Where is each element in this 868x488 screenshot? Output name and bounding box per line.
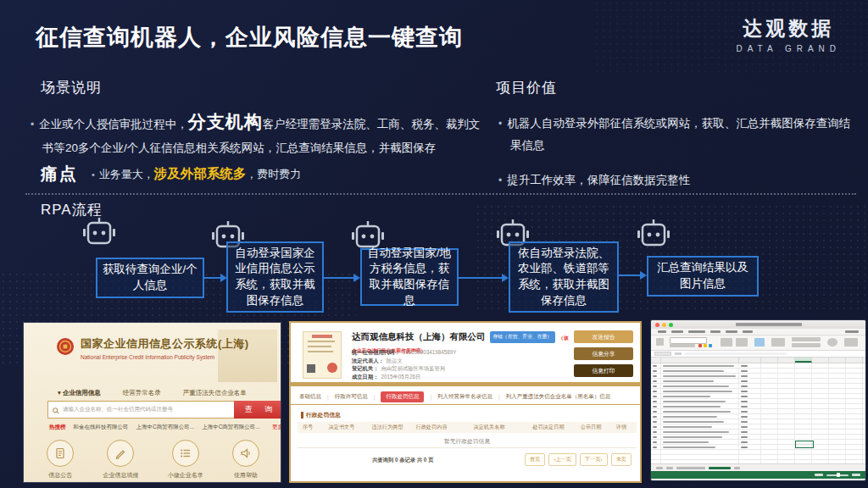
- excel-selected-cell[interactable]: [795, 441, 814, 448]
- pen-icon: [107, 440, 134, 467]
- next-page-button[interactable]: 下一页›: [580, 453, 608, 466]
- excel-menu-bar: [651, 329, 865, 336]
- robot-icon: [637, 219, 670, 252]
- field-value: 2015年05月26日: [381, 374, 420, 380]
- hot-search-label: 热搜榜: [49, 424, 66, 431]
- tab-abnormal-list[interactable]: 列入经营异常名录信息: [437, 393, 492, 401]
- col-header: 违法行为类型: [365, 424, 409, 431]
- scenario-text-emphasis: 分支机构: [188, 112, 263, 131]
- first-page-button[interactable]: 首页: [525, 453, 545, 466]
- brand-subtitle: DATA GRAND: [736, 44, 841, 53]
- zoom-slider[interactable]: [826, 474, 849, 476]
- pain-text-post: ，费时费力: [246, 168, 301, 180]
- gov-tab-label: 企业信用信息: [63, 389, 101, 396]
- close-icon[interactable]: [655, 323, 659, 327]
- excel-titlebar: [651, 320, 865, 329]
- brand-name: 达观数据: [736, 15, 841, 42]
- scenario-paragraph: •企业或个人授信审批过程中，分支机构客户经理需登录法院、工商、税务、裁判文书等2…: [31, 110, 487, 159]
- page-title: 征信查询机器人，企业风险信息一键查询: [36, 22, 463, 53]
- field-label: 法定代表人：: [352, 358, 384, 363]
- field-label: 统一社会信用代码：: [352, 349, 400, 355]
- field-label: 登记机关：: [352, 365, 378, 371]
- flow-arrow: [459, 277, 503, 279]
- zoom-in-icon[interactable]: [852, 474, 860, 476]
- value-heading: 项目价值: [496, 78, 557, 97]
- screenshot-excel-summary: [650, 319, 866, 481]
- col-header: 序号: [298, 424, 318, 431]
- excel-sheet-tabs[interactable]: [651, 463, 865, 471]
- last-page-button[interactable]: 末页: [611, 453, 632, 466]
- quick-link-enterprise-filing[interactable]: 企业信息填报: [103, 440, 138, 480]
- robot-icon: [83, 217, 115, 251]
- speaker-icon: [232, 440, 259, 467]
- gov-tab-credit-info[interactable]: ▾ 企业信用信息: [58, 389, 101, 397]
- tab-underline: [291, 404, 640, 405]
- tab-admin-penalty[interactable]: 行政处罚信息: [381, 391, 424, 402]
- print-info-button[interactable]: 信息打印: [574, 364, 633, 377]
- share-info-button[interactable]: 信息分享: [574, 347, 633, 360]
- fullscreen-icon[interactable]: [669, 323, 673, 327]
- field-value: 91310000341984589Y: [403, 349, 457, 355]
- dotted-divider: [25, 193, 856, 195]
- excel-status-bar: [651, 471, 865, 479]
- minimize-icon[interactable]: [662, 323, 666, 327]
- pain-point-row: 痛点 •业务量大，涉及外部系统多，费时费力: [41, 163, 301, 186]
- value-bullet-2-text: 提升工作效率，保障征信数据完整性: [507, 174, 690, 186]
- flow-arrow: [324, 277, 354, 279]
- bullet-icon: •: [498, 175, 502, 186]
- business-license-thumbnail: [303, 331, 342, 379]
- send-report-button[interactable]: 发送报告: [574, 330, 633, 343]
- flow-arrow: [204, 277, 221, 279]
- gov-header: 国家企业信用信息公示系统(上海) National Enterprise Cre…: [56, 336, 249, 360]
- pain-point-text: •业务量大，涉及外部系统多，费时费力: [92, 165, 301, 183]
- company-name: 达而观信息科技（上海）有限公司: [352, 331, 486, 341]
- gov-search-placeholder: 请输入企业名称、统一社会信用代码或注册号: [63, 406, 173, 413]
- quick-link-label: 使用帮助: [234, 471, 258, 480]
- quick-link-sme-directory[interactable]: 小微企业名录: [168, 440, 203, 480]
- gov-tab-abnormal-list[interactable]: 经营异常名录: [123, 389, 161, 397]
- flow-step-5: 汇总查询结果以及图片信息: [647, 256, 759, 297]
- search-icon: [53, 402, 59, 418]
- gov-quick-links: 信息公告 企业信息填报 小微企业名录 使用帮助: [32, 440, 274, 480]
- flow-arrow: [619, 274, 641, 276]
- bullet-icon: •: [498, 118, 502, 130]
- prev-page-button[interactable]: ‹上一页: [548, 453, 576, 466]
- flow-step-3: 自动登录国家/地方税务信息，获取并截图保存信息: [360, 248, 459, 306]
- tab-blacklist[interactable]: 列入严重违法失信企业名单（黑名单）信息: [506, 393, 611, 401]
- flow-step-2: 自动登录国家企业信用信息公示系统，获取并截图保存信息: [226, 241, 324, 313]
- gov-search-button[interactable]: 查 询: [234, 401, 281, 419]
- document-icon: [47, 440, 74, 467]
- hot-search-item[interactable]: 和金在线科技有限公司: [74, 424, 129, 431]
- hot-search-item[interactable]: 上海中C商贸有限公司...: [136, 424, 195, 431]
- gov-tab-blacklist[interactable]: 严重违法失信企业名单: [183, 389, 247, 397]
- value-bullet-1: •机器人自动登录外部征信系统或网站，获取、汇总并截图保存查询结果信息: [498, 113, 854, 157]
- gov-tab-bar: ▾ 企业信用信息 经营异常名录 严重违法失信企业名单: [58, 389, 247, 397]
- more-link[interactable]: 更多: [272, 424, 281, 431]
- zoom-out-icon[interactable]: [815, 474, 823, 476]
- quick-link-label: 信息公告: [48, 471, 72, 480]
- tab-basic-info[interactable]: 基础信息: [299, 393, 321, 401]
- flow-step-4: 依自动登录法院、农业部、铁道部等系统，获取并截图保存信息: [509, 241, 619, 313]
- pagination: 首页 ‹上一页 下一页› 末页: [525, 453, 632, 466]
- gov-site-subtitle: National Enterprise Credit Information P…: [81, 354, 249, 360]
- field-value: 自由贸易试验区市场监管局: [381, 365, 445, 371]
- bullet-icon: •: [92, 169, 95, 180]
- field-row: 法定代表人：陈运文: [352, 357, 456, 365]
- gov-search-input[interactable]: 请输入企业名称、统一社会信用代码或注册号: [47, 401, 259, 419]
- flow-step-1: 获取待查询企业/个人信息: [96, 258, 204, 298]
- quick-link-announcements[interactable]: 信息公告: [47, 440, 74, 480]
- screenshot-credit-publicity-system: 国家企业信用信息公示系统(上海) National Enterprise Cre…: [23, 322, 281, 483]
- tab-admin-license[interactable]: 行政许可信息: [335, 393, 368, 401]
- section-marker: [301, 412, 303, 419]
- gov-hot-search-row: 热搜榜 和金在线科技有限公司 上海中C商贸有限公司... 上海中C商贸有限公司.…: [49, 424, 281, 431]
- field-label: 成立日期：: [352, 374, 378, 380]
- hot-search-item[interactable]: 上海中C商贸有限公司...: [202, 424, 260, 431]
- quick-link-help[interactable]: 使用帮助: [232, 440, 259, 480]
- list-icon: [172, 440, 199, 467]
- excel-formula-bar[interactable]: [651, 351, 865, 358]
- col-header: 详情: [609, 424, 633, 431]
- field-row: 成立日期：2015年05月26日: [352, 373, 456, 381]
- excel-grid[interactable]: [651, 363, 865, 463]
- gold-divider: [291, 382, 640, 386]
- screenshot-company-detail: 达而观信息科技（上海）有限公司存续（在营、开业、在册）（该企业正在进行营业执照作…: [289, 321, 642, 483]
